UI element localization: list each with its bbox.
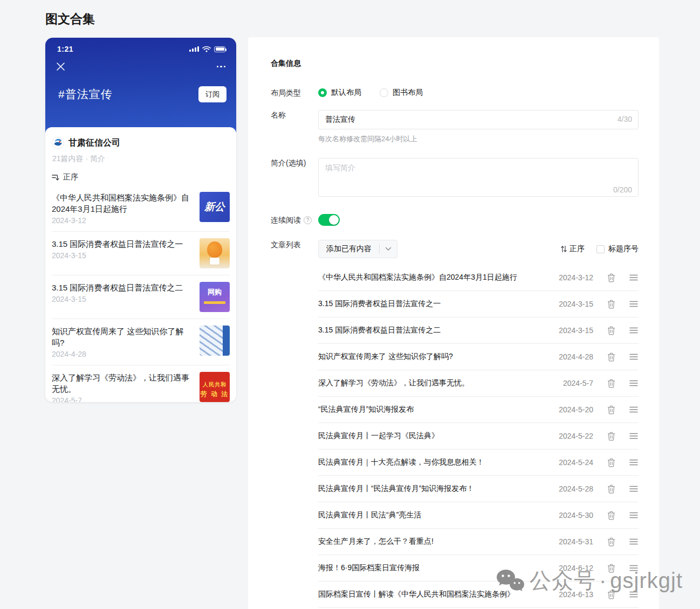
thumbnail-text: 人民共和 xyxy=(203,381,227,389)
table-row: 深入了解学习《劳动法》，让我们遇事无忧。 2024-5-7 xyxy=(318,370,639,397)
phone-article-item: 深入了解学习《劳动法》，让我们遇事无忧。 2024-5-7 人民共和 劳 动 法 xyxy=(52,365,230,402)
thumbnail-text: 网购 xyxy=(208,287,222,297)
delete-icon[interactable] xyxy=(606,300,616,309)
drag-handle-icon[interactable] xyxy=(629,327,639,334)
row-article-date: 2024-5-31 xyxy=(554,537,593,546)
phone-sort-control: 正序 xyxy=(52,172,230,182)
row-article-title: 深入了解学习《劳动法》，让我们遇事无忧。 xyxy=(318,378,554,388)
drag-handle-icon[interactable] xyxy=(629,380,639,386)
row-article-title: 3.15 国际消费者权益日普法宣传之二 xyxy=(318,326,554,335)
radio-unselected-icon[interactable] xyxy=(380,88,388,97)
delete-icon[interactable] xyxy=(606,432,616,441)
radio-book-layout[interactable]: 图书布局 xyxy=(380,88,423,98)
phone-article-item: 3.15 国际消费者权益日普法宣传之一 2024-3-15 xyxy=(52,232,230,275)
row-article-date: 2024-5-30 xyxy=(554,511,593,520)
list-sort-control[interactable]: 正序 xyxy=(561,244,585,254)
table-row: “民法典宣传月”知识海报发布 2024-5-20 xyxy=(318,397,639,423)
radio-selected-icon[interactable] xyxy=(318,88,327,97)
table-row: 安全生产月来了，怎么干？看重点! 2024-5-31 xyxy=(318,529,639,555)
row-article-title: 安全生产月来了，怎么干？看重点! xyxy=(318,537,554,546)
add-existing-content-button[interactable]: 添加已有内容 xyxy=(318,240,397,258)
title-numbering-label: 标题序号 xyxy=(608,244,639,254)
table-row: 国际档案日宣传丨解读《中华人民共和国档案法实施条例》 2024-6-13 xyxy=(318,582,639,608)
table-row: 民法典宣传月丨民法“典”亮生活 2024-5-30 xyxy=(318,502,639,529)
statusbar-time: 1:21 xyxy=(57,45,73,53)
drag-handle-icon[interactable] xyxy=(629,486,639,492)
more-icon xyxy=(217,66,226,68)
radio-default-layout[interactable]: 默认布局 xyxy=(318,88,361,98)
phone-article-title: 3.15 国际消费者权益日普法宣传之二 xyxy=(52,282,194,293)
phone-article-title: 《中华人民共和国档案法实施条例》自2024年3月1日起施行 xyxy=(52,192,194,214)
signal-icon xyxy=(189,46,199,52)
delete-icon[interactable] xyxy=(606,564,616,573)
delete-icon[interactable] xyxy=(606,485,616,494)
subscribe-button: 订阅 xyxy=(198,86,227,102)
row-article-title: 民法典宣传月丨“民法典宣传月”知识海报发布！ xyxy=(318,484,554,494)
row-article-title: 3.15 国际消费者权益日普法宣传之一 xyxy=(318,299,554,309)
phone-article-thumbnail: 网购 xyxy=(200,282,230,312)
drag-handle-icon[interactable] xyxy=(629,459,639,466)
row-article-date: 2024-6-12 xyxy=(554,564,593,572)
continuous-reading-toggle[interactable] xyxy=(318,214,340,226)
delete-icon[interactable] xyxy=(606,273,616,282)
row-article-date: 2024-5-28 xyxy=(554,485,593,493)
delete-icon[interactable] xyxy=(606,379,616,388)
collection-title: #普法宣传 xyxy=(58,87,113,102)
battery-icon xyxy=(214,46,225,52)
phone-article-date: 2024-3-15 xyxy=(52,251,194,260)
continuous-reading-label: 连续阅读 xyxy=(271,216,301,225)
row-article-title: 民法典宣传月｜十大亮点解读，与你我息息相关！ xyxy=(318,458,554,467)
phone-article-title: 深入了解学习《劳动法》，让我们遇事无忧。 xyxy=(52,372,194,395)
thumbnail-text: 新公 xyxy=(204,200,225,214)
phone-article-date: 2024-4-28 xyxy=(52,350,194,358)
row-article-title: 知识产权宣传周来了 这些知识你了解吗? xyxy=(318,352,554,362)
checkbox-icon[interactable] xyxy=(596,245,605,253)
chevron-down-icon[interactable] xyxy=(380,247,397,251)
radio-default-layout-label: 默认布局 xyxy=(331,88,361,98)
delete-icon[interactable] xyxy=(606,352,616,362)
title-numbering-checkbox[interactable]: 标题序号 xyxy=(596,244,639,254)
phone-article-item: 知识产权宣传周来了 这些知识你了解吗? 2024-4-28 xyxy=(52,319,230,365)
delete-icon[interactable] xyxy=(606,511,616,520)
drag-handle-icon[interactable] xyxy=(629,354,639,360)
delete-icon[interactable] xyxy=(606,326,616,335)
intro-label: 简介(选填) xyxy=(271,158,318,168)
row-article-date: 2024-3-15 xyxy=(554,326,593,335)
delete-icon[interactable] xyxy=(606,537,616,546)
sort-order-icon xyxy=(52,174,60,181)
phone-article-thumbnail: 新公 xyxy=(200,192,230,222)
delete-icon[interactable] xyxy=(606,405,616,414)
name-input[interactable] xyxy=(318,110,639,129)
phone-article-list: 《中华人民共和国档案法实施条例》自2024年3月1日起施行 2024-3-12 … xyxy=(52,185,230,402)
drag-handle-icon[interactable] xyxy=(629,565,639,571)
wifi-icon xyxy=(202,46,211,52)
row-article-date: 2024-6-13 xyxy=(554,590,593,599)
phone-article-thumbnail xyxy=(200,238,230,268)
phone-statusbar: 1:21 xyxy=(45,38,236,53)
phone-article-item: 《中华人民共和国档案法实施条例》自2024年3月1日起施行 2024-3-12 … xyxy=(52,185,230,232)
name-label: 名称 xyxy=(271,110,318,120)
row-article-date: 2024-3-12 xyxy=(554,273,593,282)
table-row: 民法典宣传月丨“民法典宣传月”知识海报发布！ 2024-5-28 xyxy=(318,476,639,502)
row-article-date: 2024-5-24 xyxy=(554,458,593,467)
drag-handle-icon[interactable] xyxy=(629,512,639,518)
intro-textarea[interactable] xyxy=(318,158,639,197)
drag-handle-icon[interactable] xyxy=(629,274,639,281)
help-icon[interactable]: ? xyxy=(304,216,312,224)
row-article-date: 2024-5-22 xyxy=(554,432,593,440)
delete-icon[interactable] xyxy=(606,590,616,599)
table-row: 《中华人民共和国档案法实施条例》自2024年3月1日起施行 2024-3-12 xyxy=(318,265,639,291)
collection-info-panel: 合集信息 布局类型 默认布局 图书布局 名称 4/30 每次名称修改需间隔24小… xyxy=(248,37,659,609)
delete-icon[interactable] xyxy=(606,458,616,467)
account-name: 甘肃征信公司 xyxy=(68,137,120,149)
phone-article-title: 3.15 国际消费者权益日普法宣传之一 xyxy=(52,238,194,250)
drag-handle-icon[interactable] xyxy=(629,433,639,439)
layout-type-label: 布局类型 xyxy=(271,88,318,98)
drag-handle-icon[interactable] xyxy=(629,538,639,545)
article-list-label: 文章列表 xyxy=(271,240,318,250)
phone-content-card: 甘肃征信公司 21篇内容 · 简介 正序 《中华人民共和国档案法实施条例》自20… xyxy=(45,127,236,402)
radio-book-layout-label: 图书布局 xyxy=(393,88,423,98)
drag-handle-icon[interactable] xyxy=(629,591,639,598)
drag-handle-icon[interactable] xyxy=(629,406,639,413)
drag-handle-icon[interactable] xyxy=(629,301,639,307)
